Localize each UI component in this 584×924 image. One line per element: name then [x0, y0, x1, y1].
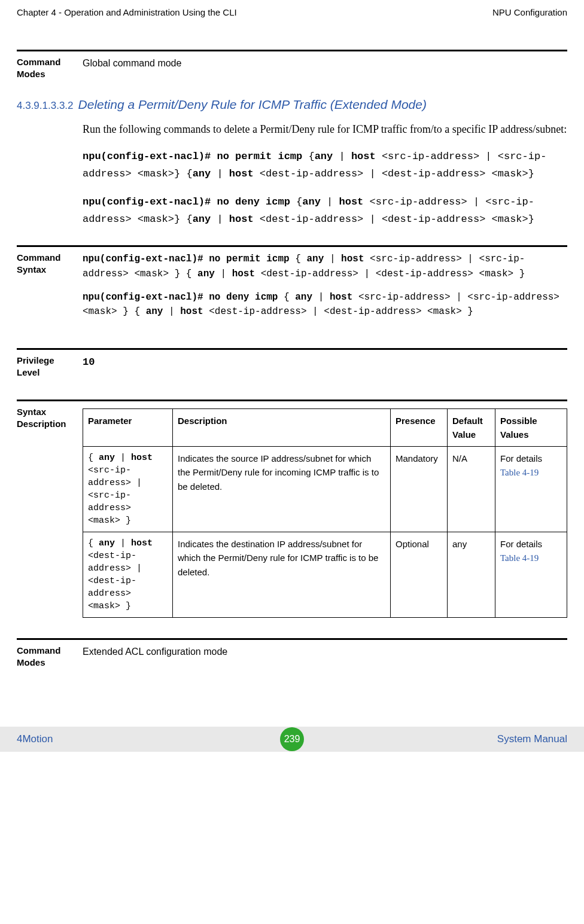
syntax-table: Parameter Description Presence Default V…: [83, 408, 567, 618]
command-modes-bottom-label: Command Modes: [17, 645, 83, 669]
section-title: Deleting a Permit/Deny Rule for ICMP Tra…: [78, 97, 427, 112]
cell-parameter: { any | host <dest-ip-address> | <dest-i…: [83, 532, 173, 618]
cell-presence: Optional: [391, 532, 448, 618]
page-footer: 4Motion 239 System Manual: [0, 727, 584, 752]
cell-default: N/A: [448, 447, 495, 532]
cell-possible: For details Table 4-19: [495, 447, 567, 532]
cell-parameter: { any | host <src-ip-address> | <src-ip-…: [83, 447, 173, 532]
command-modes-bottom-block: Command Modes Extended ACL configuration…: [17, 638, 567, 673]
th-description: Description: [173, 408, 391, 447]
cell-possible: For details Table 4-19: [495, 532, 567, 618]
cell-default: any: [448, 532, 495, 618]
section-number: 4.3.9.1.3.3.2: [17, 100, 74, 112]
table-header-row: Parameter Description Presence Default V…: [83, 408, 567, 447]
syntax-description-block: Syntax Description Parameter Description…: [17, 400, 567, 622]
syntax-description-body: Parameter Description Presence Default V…: [83, 406, 567, 618]
page-number-badge: 239: [280, 727, 304, 751]
command-modes-value: Global command mode: [83, 56, 567, 71]
syntax-line-permit: npu(config-ext-nacl)# no permit icmp { a…: [83, 252, 567, 282]
command-permit: npu(config-ext-nacl)# no permit icmp {an…: [83, 148, 567, 183]
privilege-level-block: Privilege Level 10: [17, 348, 567, 383]
cell-description: Indicates the source IP address/subnet f…: [173, 447, 391, 532]
header-left: Chapter 4 - Operation and Administration…: [17, 7, 237, 17]
command-modes-bottom-value: Extended ACL configuration mode: [83, 645, 567, 660]
th-possible: Possible Values: [495, 408, 567, 447]
th-default: Default Value: [448, 408, 495, 447]
header-right: NPU Configuration: [492, 7, 567, 17]
table-ref-link[interactable]: Table 4-19: [500, 553, 539, 563]
table-row: { any | host <src-ip-address> | <src-ip-…: [83, 447, 567, 532]
command-syntax-label: Command Syntax: [17, 252, 83, 276]
th-parameter: Parameter: [83, 408, 173, 447]
command-modes-top-block: Command Modes Global command mode: [17, 50, 567, 84]
section-heading: 4.3.9.1.3.3.2 Deleting a Permit/Deny Rul…: [17, 97, 567, 112]
privilege-level-value: 10: [83, 355, 567, 370]
page-header: Chapter 4 - Operation and Administration…: [0, 0, 584, 21]
table-row: { any | host <dest-ip-address> | <dest-i…: [83, 532, 567, 618]
footer-right[interactable]: System Manual: [497, 733, 567, 745]
table-ref-link[interactable]: Table 4-19: [500, 468, 539, 477]
intro-paragraph: Run the following commands to delete a P…: [83, 121, 567, 138]
command-syntax-block: Command Syntax npu(config-ext-nacl)# no …: [17, 245, 567, 331]
footer-left[interactable]: 4Motion: [17, 733, 53, 745]
cell-description: Indicates the destination IP address/sub…: [173, 532, 391, 618]
syntax-description-label: Syntax Description: [17, 406, 83, 431]
command-syntax-body: npu(config-ext-nacl)# no permit icmp { a…: [83, 252, 567, 328]
cell-presence: Mandatory: [391, 447, 448, 532]
command-deny: npu(config-ext-nacl)# no deny icmp {any …: [83, 194, 567, 228]
command-modes-label: Command Modes: [17, 56, 83, 81]
th-presence: Presence: [391, 408, 448, 447]
page: Chapter 4 - Operation and Administration…: [0, 0, 584, 752]
privilege-level-label: Privilege Level: [17, 355, 83, 379]
content: Command Modes Global command mode 4.3.9.…: [0, 50, 584, 673]
syntax-line-deny: npu(config-ext-nacl)# no deny icmp { any…: [83, 290, 567, 320]
